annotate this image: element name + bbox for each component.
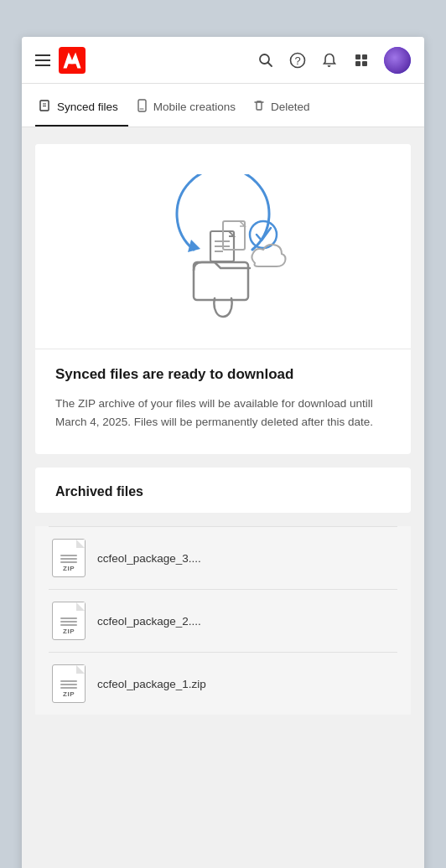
header: ? <box>22 37 424 84</box>
tab-deleted[interactable]: Deleted <box>249 99 320 127</box>
card-illustration <box>35 144 411 349</box>
app-window: ? <box>22 37 424 868</box>
header-left <box>35 47 86 74</box>
card-description: The ZIP archive of your files will be av… <box>55 395 391 431</box>
card-title: Synced files are ready to download <box>55 366 391 383</box>
tab-mobile-creations[interactable]: Mobile creations <box>132 99 246 127</box>
file-name: ccfeol_package_2.... <box>97 615 201 628</box>
hamburger-menu-icon[interactable] <box>35 54 50 66</box>
main-content: Synced files are ready to download The Z… <box>22 127 424 868</box>
zip-file-icon: ZIP <box>52 602 86 640</box>
archived-section: Archived files <box>35 468 411 513</box>
svg-rect-14 <box>138 100 146 111</box>
apps-grid-icon[interactable] <box>352 51 371 70</box>
tab-bar: Synced files Mobile creations Deleted <box>22 84 424 127</box>
file-name: ccfeol_package_1.zip <box>97 678 206 690</box>
list-item[interactable]: ZIP ccfeol_package_3.... <box>35 527 411 589</box>
tab-synced-files-label: Synced files <box>57 101 118 113</box>
sync-card: Synced files are ready to download The Z… <box>35 144 411 454</box>
archived-files-title: Archived files <box>55 484 391 499</box>
zip-label: ZIP <box>63 690 75 698</box>
user-avatar[interactable] <box>384 47 411 74</box>
adobe-logo-icon[interactable] <box>59 47 86 74</box>
search-icon[interactable] <box>257 51 275 70</box>
file-list: ZIP ccfeol_package_3.... ZIP ccfeol_pack… <box>35 526 411 715</box>
notification-bell-icon[interactable] <box>320 51 339 70</box>
tab-deleted-label: Deleted <box>271 101 310 113</box>
header-right: ? <box>257 47 411 74</box>
svg-text:?: ? <box>294 54 300 67</box>
svg-rect-0 <box>59 47 86 74</box>
deleted-tab-icon <box>252 99 266 115</box>
svg-rect-9 <box>355 61 360 66</box>
zip-file-icon: ZIP <box>52 539 86 577</box>
list-item[interactable]: ZIP ccfeol_package_2.... <box>35 590 411 652</box>
tab-mobile-creations-label: Mobile creations <box>153 101 236 113</box>
file-name: ccfeol_package_3.... <box>97 552 201 565</box>
card-body: Synced files are ready to download The Z… <box>35 349 411 454</box>
zip-file-icon: ZIP <box>52 664 86 703</box>
help-icon[interactable]: ? <box>288 51 307 70</box>
sync-illustration <box>139 174 307 325</box>
svg-rect-7 <box>355 54 360 59</box>
mobile-creations-tab-icon <box>135 99 148 115</box>
synced-files-tab-icon <box>39 99 52 115</box>
svg-rect-8 <box>362 54 367 59</box>
zip-label: ZIP <box>63 565 75 572</box>
zip-label: ZIP <box>63 628 75 635</box>
svg-rect-10 <box>362 61 367 66</box>
list-item[interactable]: ZIP ccfeol_package_1.zip <box>35 653 411 715</box>
tab-synced-files[interactable]: Synced files <box>35 99 128 127</box>
svg-line-4 <box>268 62 272 66</box>
svg-marker-16 <box>188 240 200 252</box>
